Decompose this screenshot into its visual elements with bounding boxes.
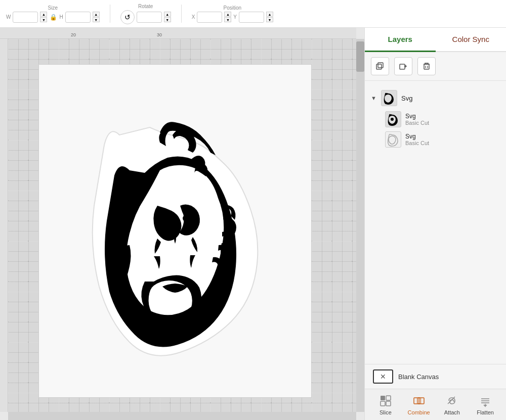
x-label: X (192, 14, 195, 20)
rotate-input[interactable] (137, 12, 162, 23)
scrollbar-bottom[interactable] (8, 412, 356, 420)
layer-child-2[interactable]: Svg Basic Cut (365, 129, 506, 150)
layer-child-1-thumb (385, 111, 401, 127)
height-spinners: ▲ ▼ (93, 12, 100, 22)
add-layer-button[interactable] (394, 57, 412, 75)
w-label: W (6, 14, 11, 20)
combine-action[interactable]: Combine (405, 394, 433, 415)
y-input[interactable] (239, 12, 264, 23)
x-input[interactable] (197, 12, 222, 23)
x-down[interactable]: ▼ (224, 17, 231, 22)
svg-rect-12 (386, 396, 391, 400)
slice-action[interactable]: Slice (371, 394, 399, 415)
layer-child-2-thumb (385, 131, 401, 148)
flatten-action[interactable]: Flatten (472, 394, 499, 415)
scrollbar-right[interactable] (356, 39, 364, 412)
layer-parent-thumb (381, 90, 397, 106)
height-down[interactable]: ▼ (93, 17, 100, 22)
delete-icon (422, 62, 431, 71)
svg-rect-3 (378, 63, 383, 68)
layer-child-2-info: Svg Basic Cut (405, 133, 429, 146)
layer-child-1-info: Svg Basic Cut (405, 113, 429, 126)
y-down[interactable]: ▼ (266, 17, 273, 22)
ruler-left (0, 39, 8, 412)
height-input[interactable] (65, 12, 91, 23)
y-label: Y (233, 14, 237, 20)
layer-child-1-svg (386, 112, 400, 126)
add-icon (399, 62, 408, 71)
layer-group-svg: ▼ Svg (365, 85, 506, 152)
bottom-action-bar: Slice Combine (365, 389, 506, 420)
width-down[interactable]: ▼ (40, 17, 47, 22)
attach-action[interactable]: Attach (438, 394, 466, 415)
layer-child-1-name: Svg (405, 113, 429, 120)
flatten-label: Flatten (477, 409, 494, 415)
y-up[interactable]: ▲ (266, 12, 273, 17)
size-group: Size W ▲ ▼ 🔒 H ▲ ▼ (6, 5, 100, 23)
ruler-mark-30: 30 (157, 32, 162, 37)
svg-rect-14 (386, 401, 391, 406)
canvas-indicator: ✕ Blank Canvas (365, 364, 506, 389)
svg-point-0 (165, 216, 178, 225)
width-up[interactable]: ▲ (40, 12, 47, 17)
layer-child-1-sub: Basic Cut (405, 120, 429, 126)
svg-rect-17 (416, 398, 422, 404)
position-group: Position X ▲ ▼ Y ▲ ▼ (192, 5, 273, 23)
rotate-up[interactable]: ▲ (164, 12, 171, 17)
flatten-icon (478, 394, 492, 408)
rotate-label: Rotate (138, 4, 153, 9)
divider-2 (181, 5, 182, 23)
svg-point-10 (391, 118, 394, 121)
combine-icon (412, 394, 426, 408)
svg-rect-2 (376, 64, 382, 69)
position-inputs: X ▲ ▼ Y ▲ ▼ (192, 12, 273, 23)
panel-tabs: Layers Color Sync (365, 28, 506, 52)
rotate-icon[interactable]: ↺ (120, 10, 135, 24)
slice-label: Slice (380, 409, 392, 415)
logo-image (79, 105, 271, 357)
width-spinners: ▲ ▼ (40, 12, 47, 22)
rotate-inputs: ↺ ▲ ▼ (120, 10, 171, 24)
svg-point-1 (183, 214, 193, 222)
duplicate-icon (375, 62, 385, 71)
right-panel: Layers Color Sync (364, 28, 506, 420)
layer-child-1[interactable]: Svg Basic Cut (365, 109, 506, 129)
delete-layer-button[interactable] (417, 57, 436, 75)
canvas-x-icon: ✕ (380, 372, 386, 381)
attach-label: Attach (444, 409, 460, 415)
width-input[interactable] (13, 12, 38, 23)
tab-color-sync[interactable]: Color Sync (436, 28, 507, 52)
canvas-label: Blank Canvas (398, 373, 439, 381)
rotate-spinners: ▲ ▼ (164, 12, 171, 22)
layer-thumb-svg (382, 91, 396, 105)
duplicate-button[interactable] (371, 57, 389, 75)
layer-child-2-sub: Basic Cut (405, 140, 429, 146)
ruler-top: 20 30 (0, 28, 356, 39)
panel-toolbar (365, 52, 506, 81)
size-inputs: W ▲ ▼ 🔒 H ▲ ▼ (6, 12, 100, 23)
tab-layers[interactable]: Layers (365, 28, 436, 52)
rotate-group: Rotate ↺ ▲ ▼ (120, 4, 171, 24)
combine-label: Combine (408, 409, 430, 415)
divider-1 (110, 5, 110, 23)
canvas-grid (8, 39, 356, 412)
layer-parent-item[interactable]: ▼ Svg (365, 87, 506, 109)
scrollbar-thumb-vertical[interactable] (356, 41, 364, 72)
svg-rect-4 (400, 64, 405, 69)
lock-icon: 🔒 (49, 14, 57, 21)
x-up[interactable]: ▲ (224, 12, 231, 17)
main-area: 20 30 (0, 28, 506, 420)
y-spinners: ▲ ▼ (266, 12, 273, 22)
rotate-down[interactable]: ▼ (164, 17, 171, 22)
chevron-down-icon: ▼ (371, 95, 377, 101)
svg-rect-13 (381, 401, 385, 406)
ruler-mark-20: 20 (71, 32, 76, 37)
canvas-area[interactable]: 20 30 (0, 28, 364, 420)
h-label: H (59, 14, 63, 20)
slice-icon (378, 394, 393, 408)
svg-rect-7 (424, 64, 429, 69)
height-up[interactable]: ▲ (93, 12, 100, 17)
layer-child-2-name: Svg (405, 133, 429, 140)
layer-parent-name: Svg (401, 95, 412, 102)
canvas-color-box: ✕ (373, 369, 393, 384)
